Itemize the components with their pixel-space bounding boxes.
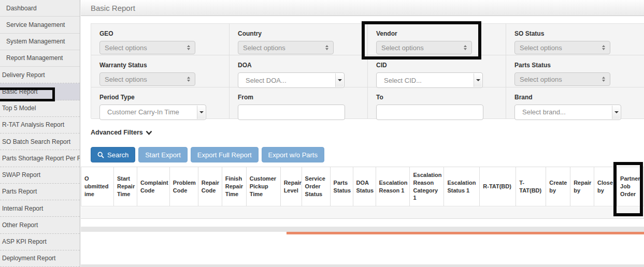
annotation-rect-vendor [362, 21, 481, 60]
report-table-header: O ubmitted ime Start Repair Time Complai… [81, 167, 644, 206]
col-header-t-tat-bd[interactable]: T-TAT(BD) [516, 167, 546, 206]
to-label: To [376, 94, 506, 101]
col-header-repair-by[interactable]: Repair by [570, 167, 594, 206]
start-export-button[interactable]: Start Export [138, 147, 188, 162]
doa-label: DOA [238, 62, 367, 69]
period-type-select[interactable]: Customer Carry-In Time [99, 105, 206, 120]
country-multiselect-value: Select options [243, 44, 285, 52]
sidebar-item-parts-shortage-report[interactable]: Parts Shortage Report Per Repa [0, 150, 80, 167]
col-header-problem-code[interactable]: Problem Code [169, 167, 198, 206]
annotation-rect-partner-job-order [613, 162, 643, 216]
export-wo-parts-button[interactable]: Export w/o Parts [262, 147, 324, 162]
basic-report-page: Dashboard Service Management System Mana… [0, 0, 644, 267]
filter-cell-period-type: Period Type Customer Carry-In Time [91, 87, 230, 119]
brand-label: Brand [514, 94, 644, 101]
country-label: Country [238, 30, 367, 37]
col-header-create-by[interactable]: Create by [546, 167, 570, 206]
col-header-service-order-status[interactable]: Service Order Status [302, 167, 330, 206]
to-date-input[interactable] [376, 105, 483, 120]
dropdown-caret-icon [612, 106, 620, 119]
col-header-customer-pickup-time[interactable]: Customer Pickup Time [246, 167, 280, 206]
sidebar-item-swap-report[interactable]: SWAP Report [0, 167, 80, 184]
title-bar: Basic Report [81, 0, 644, 16]
warranty-status-label: Warranty Status [99, 62, 229, 69]
so-status-multiselect[interactable]: Select options [514, 41, 610, 54]
col-header-escalation-reason-1[interactable]: Escalation Reason 1 [376, 167, 410, 206]
doa-select[interactable]: Select DOA... [238, 72, 345, 88]
updown-caret-icon [602, 45, 605, 50]
col-header-so-submitted-time[interactable]: O ubmitted ime [81, 167, 113, 206]
col-header-escalation-status-1[interactable]: Escalation Status 1 [443, 167, 479, 206]
col-header-repair-level[interactable]: Repair Level [280, 167, 302, 206]
sidebar-item-top-5-model[interactable]: Top 5 Model [0, 100, 80, 117]
from-date-input[interactable] [238, 105, 345, 120]
parts-status-label: Parts Status [514, 62, 644, 69]
horizontal-scrollbar-track[interactable] [81, 227, 644, 232]
cid-label: CID [376, 62, 506, 69]
dropdown-caret-icon [335, 73, 344, 87]
parts-status-multiselect-value: Select options [520, 76, 562, 83]
parts-status-multiselect[interactable]: Select options [514, 72, 610, 86]
sidebar: Dashboard Service Management System Mana… [0, 0, 80, 267]
filter-cell-so-status: SO Status Select options [506, 24, 644, 55]
chevron-down-icon [146, 130, 152, 135]
sidebar-item-internal-report[interactable]: Internal Report [0, 200, 80, 217]
advanced-filters-label: Advanced Filters [91, 129, 143, 136]
page-title: Basic Report [91, 4, 135, 12]
filter-cell-geo: GEO Select options [91, 24, 230, 55]
sidebar-item-asp-kpi-report[interactable]: ASP KPI Report [0, 234, 80, 250]
annotation-rect-basic-report [0, 87, 55, 101]
col-header-start-repair-time[interactable]: Start Repair Time [113, 167, 137, 206]
from-label: From [238, 94, 367, 101]
page-bottom-scrollbar[interactable] [81, 264, 644, 267]
sidebar-item-deployment-report[interactable]: Deployment Report [0, 250, 80, 267]
sidebar-item-rtat-analysis-report[interactable]: R-TAT Analysis Report [0, 117, 80, 134]
export-full-report-button[interactable]: Export Full Report [191, 147, 259, 162]
updown-caret-icon [602, 77, 605, 82]
search-icon [97, 152, 104, 158]
filter-cell-cid: CID Select CID... [368, 55, 506, 87]
so-status-multiselect-value: Select options [520, 44, 562, 52]
filter-cell-from: From [230, 87, 368, 119]
export-full-report-label: Export Full Report [197, 151, 252, 159]
col-header-escalation-reason-category-1[interactable]: Escalation Reason Category 1 [409, 167, 443, 206]
filter-cell-brand: Brand Select brand... [506, 87, 644, 119]
filter-cell-to: To [368, 87, 506, 119]
sidebar-item-so-batch-search-report[interactable]: SO Batch Search Report [0, 134, 80, 150]
col-header-finish-repair-time[interactable]: Finish Repair Time [222, 167, 246, 206]
col-header-repair-code[interactable]: Repair Code [198, 167, 222, 206]
sidebar-item-dashboard[interactable]: Dashboard [0, 0, 80, 17]
cid-select-value: Select CID... [384, 77, 422, 84]
col-header-complaint-code[interactable]: Complaint Code [137, 167, 169, 206]
sidebar-item-report-management[interactable]: Report Management [0, 50, 80, 67]
sidebar-item-parts-report[interactable]: Parts Report [0, 184, 80, 200]
country-multiselect[interactable]: Select options [238, 41, 334, 54]
doa-select-value: Select DOA... [246, 77, 287, 84]
filter-cell-parts-status: Parts Status Select options [506, 55, 644, 87]
col-header-parts-status[interactable]: Parts Status [330, 167, 353, 206]
brand-select[interactable]: Select brand... [514, 105, 621, 120]
so-status-label: SO Status [514, 30, 644, 37]
advanced-filters-toggle[interactable]: Advanced Filters [91, 129, 152, 136]
col-header-r-tat-bd[interactable]: R-TAT(BD) [479, 167, 516, 206]
dropdown-caret-icon [474, 73, 482, 87]
geo-multiselect[interactable]: Select options [99, 41, 195, 54]
filter-cell-warranty-status: Warranty Status Select options [91, 55, 230, 87]
warranty-status-multiselect[interactable]: Select options [99, 72, 195, 86]
updown-caret-icon [325, 45, 328, 50]
cid-select[interactable]: Select CID... [376, 72, 483, 88]
col-header-doa-status[interactable]: DOA Status [353, 167, 376, 206]
filter-cell-doa: DOA Select DOA... [230, 55, 368, 87]
sidebar-item-service-management[interactable]: Service Management [0, 17, 80, 33]
horizontal-scrollbar-thumb[interactable] [287, 232, 644, 234]
geo-multiselect-value: Select options [105, 44, 147, 52]
sidebar-item-system-management[interactable]: System Management [0, 34, 80, 50]
updown-caret-icon [187, 77, 190, 82]
period-type-label: Period Type [99, 94, 229, 101]
sidebar-item-delivery-report[interactable]: Delivery Report [0, 67, 80, 83]
dropdown-caret-icon [197, 106, 205, 119]
sidebar-item-other-report[interactable]: Other Report [0, 217, 80, 233]
search-button[interactable]: Search [91, 147, 135, 162]
geo-label: GEO [99, 30, 229, 37]
start-export-label: Start Export [145, 151, 181, 159]
